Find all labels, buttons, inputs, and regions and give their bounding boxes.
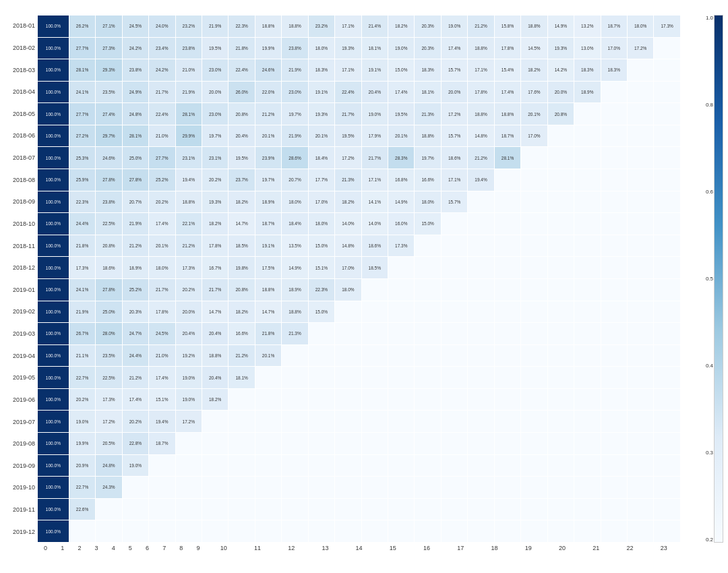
heatmap-cell: 21.2% xyxy=(175,235,202,257)
heatmap-cell: 22.1% xyxy=(175,213,202,235)
heatmap-cell xyxy=(468,477,494,499)
heatmap-cell: 21.9% xyxy=(282,125,308,147)
heatmap-cell: 18.7% xyxy=(255,213,281,235)
heatmap-cell: 25.0% xyxy=(122,147,148,169)
heatmap-cell: 20.4% xyxy=(361,81,388,103)
heatmap-cell: 21.3% xyxy=(415,103,441,125)
heatmap-cell: 100.0% xyxy=(38,411,69,433)
heatmap-cell xyxy=(229,477,255,499)
heatmap-cell xyxy=(468,235,494,257)
heatmap-cell xyxy=(521,411,547,433)
heatmap-cell: 17.8% xyxy=(149,301,175,323)
heatmap-cell xyxy=(654,125,681,147)
heatmap-cell xyxy=(601,367,627,389)
heatmap-cell: 14.9% xyxy=(388,191,415,213)
heatmap-cell xyxy=(415,235,441,257)
heatmap-cell xyxy=(654,323,681,345)
heatmap-cell xyxy=(494,344,520,367)
heatmap-cell xyxy=(627,147,653,169)
heatmap-cell: 21.2% xyxy=(255,103,281,125)
heatmap-cell: 21.3% xyxy=(335,169,361,191)
row-label: 2019-12 xyxy=(0,520,37,543)
heatmap-cell xyxy=(388,498,415,520)
heatmap-cell xyxy=(468,498,494,520)
heatmap-cell xyxy=(441,344,467,367)
heatmap-cell: 21.9% xyxy=(202,16,228,38)
heatmap-cell: 100.0% xyxy=(38,323,69,345)
heatmap-cell xyxy=(255,367,281,389)
heatmap-cell: 14.7% xyxy=(229,213,255,235)
heatmap-cell xyxy=(521,169,547,191)
heatmap-cell: 17.0% xyxy=(601,37,627,59)
heatmap-cell: 18.0% xyxy=(308,37,334,59)
heatmap-cell xyxy=(149,454,175,477)
heatmap-cell xyxy=(547,301,574,323)
heatmap-cell: 100.0% xyxy=(38,191,69,213)
heatmap-cell xyxy=(494,388,520,411)
heatmap-cell: 18.7% xyxy=(601,16,627,38)
heatmap-cell: 23.2% xyxy=(308,16,334,38)
heatmap-cell: 23.8% xyxy=(122,59,148,82)
heatmap-cell: 29.3% xyxy=(96,59,122,82)
heatmap-cell xyxy=(654,147,681,169)
heatmap-cell xyxy=(441,213,467,235)
heatmap-cell xyxy=(654,301,681,323)
heatmap-cell xyxy=(521,301,547,323)
heatmap-cell xyxy=(441,323,467,345)
heatmap-cell: 19.3% xyxy=(308,103,334,125)
heatmap-cell: 17.2% xyxy=(627,37,653,59)
heatmap-cell: 20.9% xyxy=(69,454,95,477)
heatmap-cell xyxy=(547,388,574,411)
heatmap-cell xyxy=(415,367,441,389)
heatmap-cell xyxy=(282,432,308,454)
heatmap-cell xyxy=(388,454,415,477)
heatmap-cell: 21.0% xyxy=(149,125,175,147)
heatmap-cell xyxy=(282,411,308,433)
legend xyxy=(712,15,725,543)
heatmap-cell: 20.8% xyxy=(229,103,255,125)
heatmap-cell xyxy=(335,411,361,433)
heatmap-cell xyxy=(627,344,653,367)
heatmap-cell: 22.4% xyxy=(229,59,255,82)
row-label: 2018-04 xyxy=(0,81,37,103)
heatmap-cell: 13.2% xyxy=(574,16,601,38)
heatmap-cell: 19.3% xyxy=(335,37,361,59)
col-label: 6 xyxy=(139,545,156,558)
heatmap-cell: 19.9% xyxy=(255,37,281,59)
heatmap-cell: 28.3% xyxy=(388,147,415,169)
heatmap-cell: 16.6% xyxy=(415,169,441,191)
heatmap-cell xyxy=(601,169,627,191)
heatmap-cell xyxy=(494,213,520,235)
heatmap-cell: 17.4% xyxy=(149,367,175,389)
heatmap-cell: 22.3% xyxy=(69,191,95,213)
heatmap-cell: 20.5% xyxy=(96,432,122,454)
heatmap-cell: 20.4% xyxy=(202,323,228,345)
heatmap-cell xyxy=(574,520,601,543)
col-label: 22 xyxy=(613,545,646,558)
heatmap-cell: 17.1% xyxy=(468,59,494,82)
heatmap-cell xyxy=(415,432,441,454)
col-label: 0 xyxy=(37,545,54,558)
heatmap-cell xyxy=(521,477,547,499)
heatmap-cell: 25.0% xyxy=(96,301,122,323)
heatmap-cell xyxy=(308,323,334,345)
heatmap-cell: 15.7% xyxy=(441,191,467,213)
heatmap-cell xyxy=(468,278,494,301)
heatmap-cell xyxy=(601,125,627,147)
heatmap-cell: 23.0% xyxy=(282,81,308,103)
heatmap-cell xyxy=(521,257,547,279)
heatmap-cell: 21.7% xyxy=(361,147,388,169)
heatmap-cell xyxy=(255,388,281,411)
heatmap-cell xyxy=(361,498,388,520)
heatmap-cell xyxy=(255,477,281,499)
heatmap-cell xyxy=(574,103,601,125)
heatmap-cell: 19.0% xyxy=(388,37,415,59)
heatmap-cell: 19.3% xyxy=(547,37,574,59)
heatmap-cell: 24.7% xyxy=(122,323,148,345)
heatmap-cell xyxy=(308,388,334,411)
heatmap-cell: 23.1% xyxy=(202,147,228,169)
heatmap-cell: 17.4% xyxy=(149,213,175,235)
heatmap-cell xyxy=(601,477,627,499)
heatmap-cell xyxy=(521,454,547,477)
heatmap-cell: 19.2% xyxy=(175,344,202,367)
